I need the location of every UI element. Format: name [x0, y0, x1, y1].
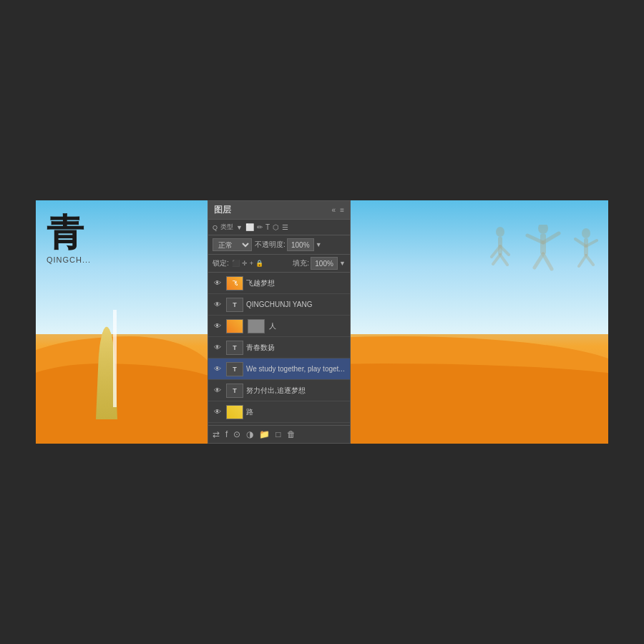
undo-icon[interactable]: ⇄ — [213, 429, 220, 439]
layer-visibility-5[interactable]: 👁 — [212, 364, 223, 375]
blend-mode-select[interactable]: 正常 — [213, 238, 252, 251]
lock-label: 锁定: — [213, 258, 229, 268]
layer-name-3: 人 — [269, 321, 346, 331]
layer-visibility-1[interactable]: 👁 — [212, 278, 223, 289]
people-silhouettes — [486, 225, 600, 318]
new-layer-icon[interactable]: □ — [275, 429, 280, 439]
canvas-chinese-sub: QINGCH... — [47, 255, 91, 264]
collapse-icon[interactable]: « — [332, 206, 336, 214]
layer-name-5: We study together, play toget... — [246, 365, 346, 373]
layer-item-3[interactable]: 👁 人 — [208, 316, 350, 337]
mask-icon[interactable]: ⊙ — [233, 429, 240, 439]
pixel-filter-icon[interactable]: ⬜ — [245, 223, 254, 231]
layer-thumb-1: 飞 — [226, 276, 243, 291]
blend-opacity-row: 正常 不透明度: ▼ — [208, 235, 350, 255]
layer-thumb-3b — [248, 319, 265, 333]
svg-point-12 — [582, 228, 590, 238]
svg-point-6 — [538, 225, 548, 234]
panel-title: 图层 — [214, 204, 231, 216]
layer-name-4: 青春数扬 — [246, 343, 346, 353]
layer-name-6: 努力付出,追逐梦想 — [246, 386, 346, 396]
layer-visibility-4[interactable]: 👁 — [212, 342, 223, 353]
layer-thumb-4: T — [226, 341, 243, 355]
layer-thumb-5: T — [226, 362, 243, 376]
svg-line-10 — [535, 254, 543, 268]
fx-icon[interactable]: f — [225, 429, 228, 439]
canvas-chinese-big: 青 — [47, 215, 91, 252]
opacity-input[interactable] — [287, 238, 314, 251]
svg-line-11 — [543, 254, 552, 269]
layer-thumb-6: T — [226, 384, 243, 398]
layers-panel: 图层 « ≡ Q 类型 ▼ ⬜ ✏ T ⬡ ☰ 正常 不透明度: ▼ — [208, 200, 351, 444]
layer-thumb-2: T — [226, 298, 243, 312]
layer-item-7[interactable]: 👁 路 — [208, 401, 350, 423]
opacity-label: 不透明度: — [255, 240, 286, 250]
layer-name-1: 飞越梦想 — [246, 278, 346, 288]
opacity-dropdown-icon[interactable]: ▼ — [316, 241, 322, 248]
lock-pixel-icon[interactable]: ⬛ — [232, 260, 240, 267]
layer-thumb-3a — [226, 319, 243, 333]
svg-line-4 — [493, 255, 500, 264]
layer-item-6[interactable]: 👁 T 努力付出,追逐梦想 — [208, 380, 350, 401]
adjustment-filter-icon[interactable]: ✏ — [257, 223, 263, 231]
layer-visibility-3[interactable]: 👁 — [212, 321, 223, 332]
lock-row: 锁定: ⬛ ✛ + 🔒 填充: ▼ — [208, 255, 350, 273]
smart-filter-icon[interactable]: ☰ — [282, 223, 288, 231]
layer-item-4[interactable]: 👁 T 青春数扬 — [208, 337, 350, 358]
panel-menu-icon[interactable]: ≡ — [340, 206, 344, 214]
text-filter-icon[interactable]: T — [265, 223, 270, 231]
fill-label: 填充: — [293, 258, 309, 268]
group-icon[interactable]: 📁 — [259, 429, 270, 439]
panel-footer: ⇄ f ⊙ ◑ 📁 □ 🗑 — [208, 425, 350, 443]
fill-dropdown-icon[interactable]: ▼ — [339, 260, 346, 267]
svg-point-0 — [496, 227, 504, 237]
panel-controls: Q 类型 ▼ ⬜ ✏ T ⬡ ☰ — [208, 220, 350, 235]
fill-input[interactable] — [311, 257, 338, 270]
svg-line-5 — [500, 255, 507, 265]
layer-item-2[interactable]: 👁 T QINGCHUNJI YANG — [208, 294, 350, 316]
layer-visibility-6[interactable]: 👁 — [212, 385, 223, 396]
lock-move-icon[interactable]: ✛ — [242, 260, 248, 267]
shape-filter-icon[interactable]: ⬡ — [273, 223, 279, 231]
adjustment-icon[interactable]: ◑ — [246, 429, 253, 439]
svg-line-16 — [579, 255, 586, 266]
lock-all-icon[interactable]: 🔒 — [255, 260, 263, 267]
canvas-left: 青 QINGCH... — [36, 200, 208, 444]
filter-label: 类型 — [220, 223, 233, 232]
layers-list: 👁 飞 飞越梦想 👁 T QINGCHUNJI YANG 👁 — [208, 273, 350, 425]
delete-layer-icon[interactable]: 🗑 — [287, 429, 296, 439]
workspace: 青 QINGCH... 图层 « ≡ Q 类型 ▼ ⬜ ✏ T ⬡ ☰ — [36, 200, 608, 444]
layer-item-5[interactable]: 👁 T We study together, play toget... — [208, 358, 350, 380]
filter-dropdown-icon[interactable]: ▼ — [236, 224, 243, 231]
layer-name-7: 路 — [246, 407, 346, 417]
panel-header: 图层 « ≡ — [208, 201, 350, 220]
svg-line-17 — [586, 255, 593, 265]
search-icon: Q — [213, 224, 218, 231]
layer-visibility-2[interactable]: 👁 — [212, 299, 223, 311]
layer-thumb-7 — [226, 405, 243, 419]
lock-position-icon[interactable]: + — [250, 260, 253, 267]
layer-visibility-7[interactable]: 👁 — [212, 406, 223, 418]
layer-item-1[interactable]: 👁 飞 飞越梦想 — [208, 273, 350, 294]
layer-name-2: QINGCHUNJI YANG — [246, 301, 346, 308]
